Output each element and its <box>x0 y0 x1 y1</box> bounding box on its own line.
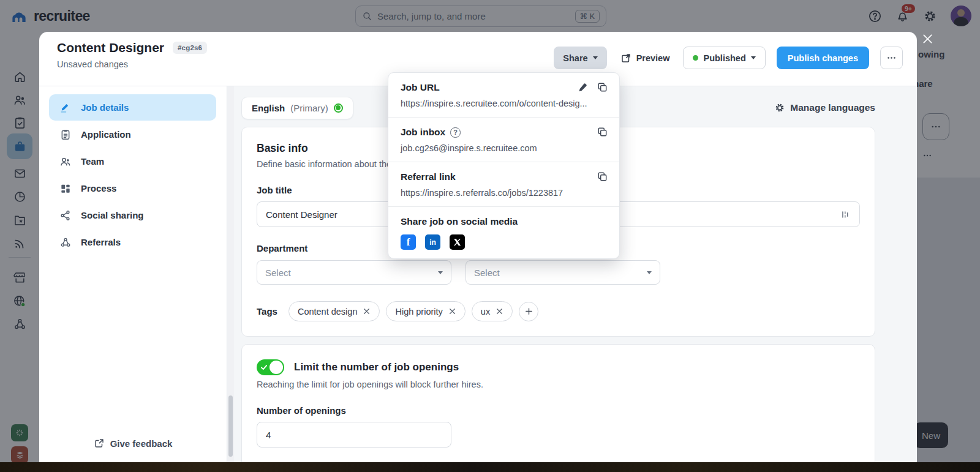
remove-tag-icon[interactable] <box>448 307 456 315</box>
copy-referral-icon[interactable] <box>597 171 608 182</box>
add-tag-button[interactable] <box>519 302 538 321</box>
sidebar-item-application[interactable]: Application <box>49 121 216 148</box>
language-status-dot <box>334 103 343 113</box>
remove-tag-icon[interactable] <box>363 307 371 315</box>
scrollbar-thumb[interactable] <box>228 395 233 457</box>
process-grid-icon <box>59 182 72 195</box>
sidebar-item-process[interactable]: Process <box>49 175 216 201</box>
tag-chip[interactable]: ux <box>472 301 513 321</box>
preview-button[interactable]: Preview <box>618 47 673 69</box>
modal-sidebar: Job details Application Team Process <box>39 86 227 462</box>
tag-chip[interactable]: Content design <box>288 301 380 321</box>
pencil-edit-icon <box>59 102 72 114</box>
language-tab-english[interactable]: English (Primary) <box>241 97 353 119</box>
job-url-row: Job URL https://inspire.s.recruitee.com/… <box>388 73 619 117</box>
desktop-wallpaper-strip <box>0 462 980 472</box>
limit-openings-description: Reaching the limit for job openings will… <box>257 380 860 389</box>
referral-link-row: Referral link https://inspire.s.referral… <box>388 162 619 206</box>
department-select[interactable]: Select <box>257 260 451 285</box>
ellipsis-icon <box>886 53 897 63</box>
sidebar-item-label: Job details <box>81 102 129 113</box>
sidebar-item-social-sharing[interactable]: Social sharing <box>49 202 216 228</box>
clipboard-icon <box>59 129 72 141</box>
sidebar-item-label: Process <box>81 183 116 193</box>
sidebar-item-label: Social sharing <box>81 210 144 220</box>
facebook-share-icon[interactable]: f <box>401 234 416 250</box>
openings-count-wrap <box>257 422 451 448</box>
job-openings-card: Limit the number of job openings Reachin… <box>241 344 875 462</box>
external-link-icon <box>94 438 105 449</box>
manage-languages-button[interactable]: Manage languages <box>774 102 875 113</box>
tag-chip[interactable]: High priority <box>386 301 465 321</box>
chevron-down-icon <box>438 271 443 274</box>
sidebar-item-job-details[interactable]: Job details <box>49 94 216 121</box>
tags-label: Tags <box>257 306 277 317</box>
edit-url-pencil-icon[interactable] <box>577 81 589 93</box>
share-nodes-icon <box>59 209 72 222</box>
social-share-label: Share job on social media <box>401 216 607 227</box>
sidebar-item-team[interactable]: Team <box>49 148 216 174</box>
sidebar-item-label: Application <box>81 129 131 140</box>
job-url-label: Job URL <box>401 82 607 93</box>
sidebar-item-referrals[interactable]: Referrals <box>49 229 216 255</box>
check-icon <box>260 363 268 372</box>
priority-select[interactable]: Select <box>466 260 660 285</box>
external-link-icon <box>620 53 631 64</box>
plus-icon <box>524 307 533 316</box>
department-label: Department <box>257 243 307 253</box>
share-dropdown-menu: Job URL https://inspire.s.recruitee.com/… <box>388 72 620 259</box>
job-inbox-help-icon[interactable]: ? <box>450 127 461 138</box>
gear-icon <box>774 102 785 113</box>
referral-link-label: Referral link <box>401 171 607 182</box>
copy-url-icon[interactable] <box>597 81 608 93</box>
modal-scrollbar[interactable] <box>227 86 234 462</box>
job-inbox-label: Job inbox <box>401 127 445 138</box>
job-inbox-value[interactable]: job.cg2s6@inspire.s.recruitee.com <box>401 143 607 153</box>
publish-changes-button[interactable]: Publish changes <box>777 47 869 69</box>
openings-count-label: Number of openings <box>257 405 860 416</box>
chevron-down-icon <box>647 271 652 274</box>
give-feedback-link[interactable]: Give feedback <box>39 438 227 449</box>
openings-count-input[interactable] <box>266 430 442 440</box>
published-status-dropdown[interactable]: Published <box>683 47 765 69</box>
chevron-down-icon <box>751 56 756 59</box>
referrals-network-icon <box>59 236 72 249</box>
limit-openings-title: Limit the number of job openings <box>294 361 459 373</box>
team-people-icon <box>59 155 72 168</box>
remove-tag-icon[interactable] <box>496 307 503 315</box>
job-url-value[interactable]: https://inspire.s.recruitee.com/o/conten… <box>401 99 607 108</box>
chevron-down-icon <box>593 56 598 59</box>
more-options-button[interactable] <box>880 47 903 69</box>
copy-inbox-icon[interactable] <box>597 126 608 138</box>
unsaved-changes-note: Unsaved changes <box>57 59 128 69</box>
x-twitter-share-icon[interactable] <box>450 234 465 250</box>
social-share-row: Share job on social media f in <box>388 206 619 258</box>
text-variables-icon[interactable] <box>840 209 851 220</box>
share-button[interactable]: Share <box>554 47 606 69</box>
job-code-badge: #cg2s6 <box>173 42 207 54</box>
referral-link-value[interactable]: https://inspire.s.referrals.co/jobs/1223… <box>401 188 607 198</box>
page-title: Content Designer <box>57 40 164 55</box>
limit-openings-toggle[interactable] <box>257 359 284 375</box>
published-green-dot <box>693 55 698 61</box>
sidebar-item-label: Referrals <box>81 237 121 247</box>
job-inbox-row: Job inbox ? job.cg2s6@inspire.s.recruite… <box>388 117 619 162</box>
sidebar-item-label: Team <box>81 156 104 167</box>
close-modal-icon[interactable] <box>921 32 934 45</box>
linkedin-share-icon[interactable]: in <box>425 234 440 250</box>
